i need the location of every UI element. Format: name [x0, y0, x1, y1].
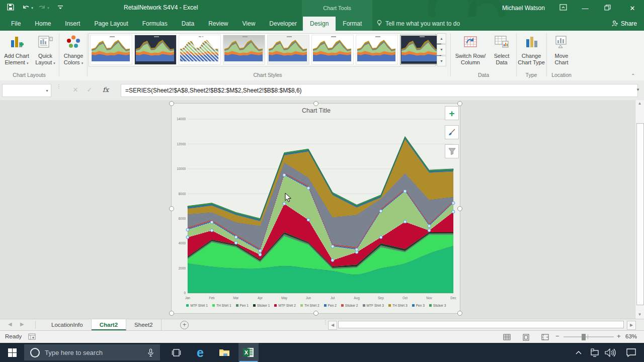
name-box[interactable]: ▼: [2, 84, 51, 97]
ribbon-tab-file[interactable]: File: [4, 17, 28, 31]
hidden-icons-chevron-icon[interactable]: [571, 343, 587, 362]
chart-style-thumbnail-1[interactable]: [90, 35, 132, 65]
hscroll-left-icon[interactable]: ◀: [328, 321, 337, 330]
zoom-slider-track[interactable]: [564, 336, 614, 337]
microphone-icon[interactable]: [147, 348, 154, 357]
chart-style-thumbnail-4[interactable]: [223, 35, 265, 65]
start-button[interactable]: [0, 343, 24, 362]
chart-handle[interactable]: [313, 311, 318, 316]
horizontal-scrollbar[interactable]: [337, 321, 626, 329]
sheet-nav-left-icon[interactable]: ◀: [8, 321, 12, 327]
chart-handle[interactable]: [169, 311, 174, 316]
legend-item-sticker-2[interactable]: Sticker 2: [341, 304, 358, 307]
ribbon-tab-format[interactable]: Format: [336, 17, 369, 31]
hscroll-right-icon[interactable]: ▶: [627, 321, 636, 330]
add-chart-element-button[interactable]: Add Chart Element ▾: [1, 33, 32, 66]
legend-item-mtf-shirt-3[interactable]: MTF Shirt 3: [363, 304, 384, 307]
chart-style-thumbnail-7[interactable]: [356, 35, 398, 65]
name-box-caret-icon[interactable]: ▼: [45, 89, 49, 93]
save-icon[interactable]: [6, 3, 15, 13]
gallery-scroll-down-icon[interactable]: ▼: [437, 44, 446, 55]
quick-layout-button[interactable]: Quick Layout ▾: [33, 33, 57, 66]
page-layout-view-button[interactable]: [519, 333, 532, 341]
macro-record-icon[interactable]: [28, 333, 36, 342]
task-view-icon[interactable]: [166, 343, 186, 362]
zoom-in-icon[interactable]: +: [617, 332, 621, 340]
zoom-slider-handle[interactable]: [582, 334, 586, 340]
legend-item-th-shirt-3[interactable]: TH Shirt 3: [388, 304, 408, 307]
sheet-tab-locationinfo[interactable]: LocationInfo: [43, 319, 92, 330]
ribbon-tab-design[interactable]: Design: [303, 17, 336, 31]
chart-style-thumbnail-8[interactable]: [400, 35, 442, 65]
excel-app-icon[interactable]: X: [238, 343, 259, 362]
ribbon-tab-home[interactable]: Home: [28, 17, 58, 31]
file-explorer-icon[interactable]: [214, 343, 234, 362]
tab-split-handle[interactable]: ⋮: [323, 321, 325, 331]
ribbon-tab-developer[interactable]: Developer: [262, 17, 304, 31]
legend-item-pen-2[interactable]: Pen 2: [324, 304, 337, 307]
chart-handle[interactable]: [457, 311, 462, 316]
chart-style-thumbnail-3[interactable]: [179, 35, 221, 65]
gallery-more-icon[interactable]: ▼: [437, 56, 446, 66]
legend-item-sticker-1[interactable]: Sticker 1: [253, 304, 270, 307]
chart-style-thumbnail-2[interactable]: [134, 35, 177, 65]
tell-me-box[interactable]: Tell me what you want to do: [376, 17, 460, 31]
collapse-ribbon-icon[interactable]: ⌃: [631, 73, 635, 78]
chart-style-thumbnail-5[interactable]: [267, 35, 309, 65]
insert-function-icon[interactable]: fx: [99, 84, 113, 96]
chart-handle[interactable]: [313, 101, 318, 106]
move-chart-button[interactable]: Move Chart: [548, 33, 575, 66]
share-button[interactable]: Share: [612, 17, 637, 31]
switch-row-column-button[interactable]: Switch Row/ Column: [453, 33, 488, 66]
network-icon[interactable]: [587, 343, 603, 362]
chart-handle[interactable]: [169, 101, 174, 106]
taskbar-search-input[interactable]: Type here to search: [24, 344, 160, 360]
sheet-tab-chart2[interactable]: Chart2: [92, 319, 126, 330]
ribbon-tab-page-layout[interactable]: Page Layout: [87, 17, 135, 31]
chart-legend[interactable]: MTF Shirt 1TH Shirt 1Pen 1Sticker 1MTF S…: [172, 304, 461, 307]
legend-item-mtf-shirt-1[interactable]: MTF Shirt 1: [186, 304, 207, 307]
legend-item-pen-3[interactable]: Pen 3: [412, 304, 425, 307]
new-sheet-button[interactable]: +: [180, 321, 189, 329]
sheet-nav-right-icon[interactable]: ▶: [20, 321, 24, 327]
restore-icon[interactable]: [599, 0, 616, 17]
legend-item-th-shirt-1[interactable]: TH Shirt 1: [212, 304, 231, 307]
scroll-up-icon[interactable]: ▲: [635, 101, 644, 106]
undo-icon[interactable]: [21, 3, 30, 13]
page-break-preview-button[interactable]: [538, 333, 551, 341]
chart-filters-button[interactable]: [445, 144, 459, 158]
action-center-icon[interactable]: [622, 343, 640, 362]
chart-elements-button[interactable]: +: [445, 106, 459, 120]
legend-item-pen-1[interactable]: Pen 1: [236, 304, 249, 307]
ribbon-display-options-icon[interactable]: [554, 0, 572, 17]
ribbon-tab-insert[interactable]: Insert: [58, 17, 87, 31]
vertical-scroll-thumb[interactable]: [636, 123, 644, 305]
stacked-area-chart[interactable]: 02000400060008000100001200014000JanFebMa…: [172, 104, 460, 313]
chart-handle[interactable]: [169, 206, 174, 211]
minimize-icon[interactable]: —: [577, 0, 594, 17]
chart-handle[interactable]: [457, 101, 462, 106]
ribbon-tab-formulas[interactable]: Formulas: [135, 17, 175, 31]
chart-handle[interactable]: [457, 206, 462, 211]
chart-style-thumbnail-6[interactable]: [311, 35, 354, 65]
scroll-down-icon[interactable]: ▼: [635, 312, 644, 317]
formula-input[interactable]: =SERIES(Sheet2!$A$8,Sheet2!$B$2:$M$2,She…: [121, 84, 638, 97]
legend-item-mtf-shirt-2[interactable]: MTF Shirt 2: [274, 304, 295, 307]
chart-styles-button[interactable]: [445, 125, 459, 139]
select-data-button[interactable]: Select Data: [489, 33, 514, 66]
ribbon-tab-data[interactable]: Data: [175, 17, 201, 31]
expand-formula-bar-caret-icon[interactable]: ▼: [636, 87, 640, 92]
legend-item-sticker-3[interactable]: Sticker 3: [429, 304, 446, 307]
ribbon-tab-view[interactable]: View: [235, 17, 263, 31]
zoom-level[interactable]: 63%: [625, 333, 637, 339]
change-colors-button[interactable]: Change Colors ▾: [60, 33, 87, 66]
vertical-scrollbar[interactable]: ▲ ▼: [635, 100, 644, 319]
legend-item-th-shirt-2[interactable]: TH Shirt 2: [300, 304, 319, 307]
chart-object[interactable]: Chart Title 0200040006000800010000120001…: [171, 103, 460, 314]
ribbon-tab-review[interactable]: Review: [201, 17, 235, 31]
user-name[interactable]: Michael Watson: [502, 5, 545, 12]
volume-icon[interactable]: [602, 343, 619, 362]
customize-quick-access-toolbar-icon[interactable]: [56, 3, 64, 13]
undo-dropdown-caret[interactable]: ▾: [30, 3, 34, 13]
edge-browser-icon[interactable]: e: [190, 343, 210, 362]
